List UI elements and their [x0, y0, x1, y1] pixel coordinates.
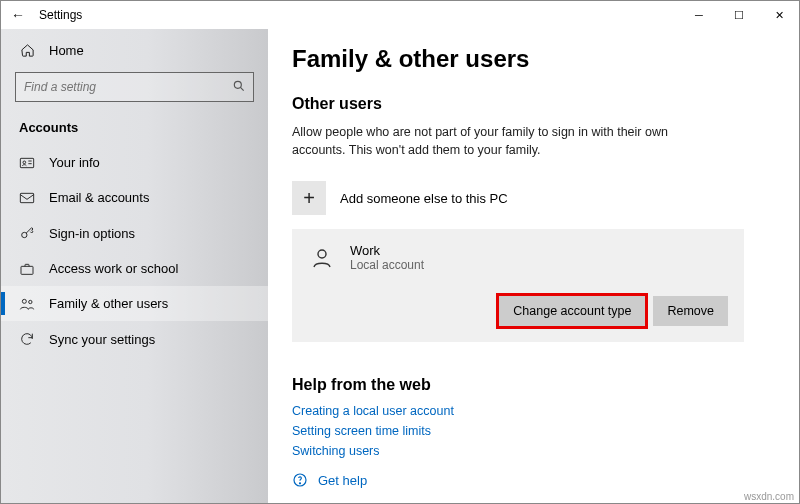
nav-email-accounts[interactable]: Email & accounts: [1, 180, 268, 215]
watermark: wsxdn.com: [744, 491, 794, 502]
nav-label: Access work or school: [49, 261, 178, 276]
help-link-switching-users[interactable]: Switching users: [292, 444, 775, 458]
section-label: Accounts: [1, 112, 268, 145]
nav-signin-options[interactable]: Sign-in options: [1, 215, 268, 251]
briefcase-icon: [19, 262, 35, 276]
back-button[interactable]: ←: [11, 7, 25, 23]
change-account-type-button[interactable]: Change account type: [499, 296, 645, 326]
people-icon: [19, 297, 35, 311]
nav-label: Sign-in options: [49, 226, 135, 241]
add-user-label: Add someone else to this PC: [340, 191, 508, 206]
get-help-label: Get help: [318, 473, 367, 488]
titlebar: ← Settings ─ ☐ ✕: [1, 1, 799, 29]
settings-window: ← Settings ─ ☐ ✕ Home: [0, 0, 800, 504]
search-input[interactable]: [15, 72, 254, 102]
minimize-button[interactable]: ─: [679, 1, 719, 29]
home-label: Home: [49, 43, 84, 58]
key-icon: [19, 225, 35, 241]
svg-point-9: [22, 299, 26, 303]
help-heading: Help from the web: [292, 376, 775, 394]
user-subtitle: Local account: [350, 258, 424, 272]
person-icon: [308, 244, 336, 272]
other-users-heading: Other users: [292, 95, 775, 113]
maximize-button[interactable]: ☐: [719, 1, 759, 29]
svg-point-11: [318, 250, 326, 258]
mail-icon: [19, 192, 35, 204]
svg-point-10: [29, 300, 32, 303]
svg-rect-8: [21, 266, 33, 274]
home-nav[interactable]: Home: [1, 35, 268, 66]
page-heading: Family & other users: [292, 45, 775, 73]
nav-your-info[interactable]: Your info: [1, 145, 268, 180]
svg-rect-6: [20, 193, 33, 202]
app-title: Settings: [39, 8, 82, 22]
close-button[interactable]: ✕: [759, 1, 799, 29]
home-icon: [19, 43, 35, 58]
svg-point-3: [23, 161, 26, 164]
nav-label: Sync your settings: [49, 332, 155, 347]
other-users-desc: Allow people who are not part of your fa…: [292, 123, 712, 159]
id-card-icon: [19, 156, 35, 170]
sidebar: Home Accounts Your info: [1, 29, 268, 503]
help-link-create-local[interactable]: Creating a local user account: [292, 404, 775, 418]
nav-label: Family & other users: [49, 296, 168, 311]
help-icon: [292, 472, 308, 488]
search-box[interactable]: [15, 72, 254, 102]
user-card[interactable]: Work Local account Change account type R…: [292, 229, 744, 342]
remove-button[interactable]: Remove: [653, 296, 728, 326]
nav-access-work-school[interactable]: Access work or school: [1, 251, 268, 286]
add-user-row[interactable]: + Add someone else to this PC: [292, 175, 775, 229]
nav-family-other-users[interactable]: Family & other users: [1, 286, 268, 321]
svg-rect-2: [20, 158, 33, 167]
nav-label: Your info: [49, 155, 100, 170]
user-name: Work: [350, 243, 424, 258]
nav-label: Email & accounts: [49, 190, 149, 205]
nav-sync-settings[interactable]: Sync your settings: [1, 321, 268, 357]
help-link-screen-time[interactable]: Setting screen time limits: [292, 424, 775, 438]
content-pane: Family & other users Other users Allow p…: [268, 29, 799, 503]
svg-point-7: [22, 232, 27, 237]
sync-icon: [19, 331, 35, 347]
plus-icon: +: [292, 181, 326, 215]
svg-point-13: [299, 483, 300, 484]
get-help-link[interactable]: Get help: [292, 472, 775, 488]
